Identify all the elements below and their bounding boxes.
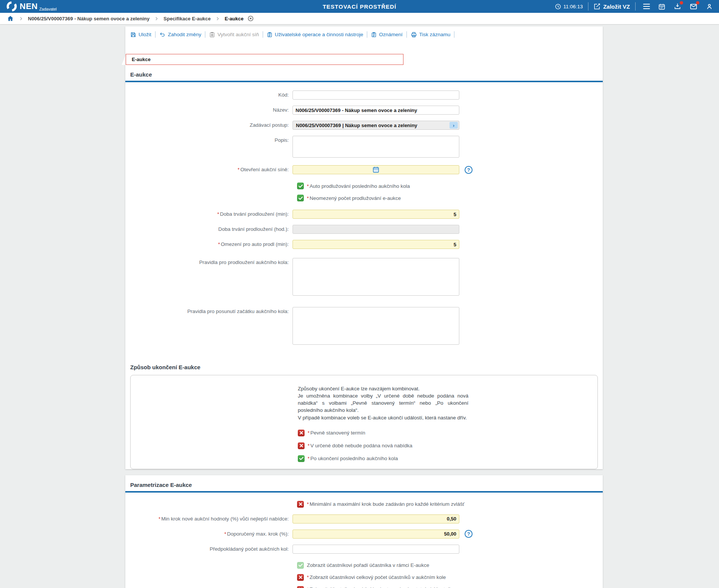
create-auction-room-button: Vytvořit aukční síň <box>209 32 259 38</box>
print-record-button[interactable]: Tisk záznamu <box>411 32 451 38</box>
help-icon[interactable]: ? <box>465 530 473 538</box>
checkbox-po-ukonceni[interactable] <box>298 455 305 462</box>
pocet-kol-label: Předpokládaný počet aukčních kol: <box>125 545 293 554</box>
checkbox-zobrazit-hodnoty[interactable] <box>297 586 304 588</box>
breadcrumb-item-specification[interactable]: Specifikace E-aukce <box>163 16 211 21</box>
chevron-right-icon <box>18 16 23 21</box>
section-title-zpusob-ukonceni: Způsob ukončení E-aukce <box>125 358 603 373</box>
checkbox-v-urcene-dobe[interactable] <box>298 442 305 449</box>
open-procedure-button[interactable]: › <box>450 122 458 129</box>
checkbox-label: *Zobrazit účastníkovi aukční hodnoty pod… <box>307 586 454 588</box>
breadcrumb-item-procedure[interactable]: N006/25/V00007369 - Nákup semen ovoce a … <box>28 16 149 21</box>
checkbox-label: *Zobrazit účastníkovi celkový počet účas… <box>307 574 446 580</box>
home-icon[interactable] <box>7 15 14 22</box>
user-operations-button[interactable]: Uživatelské operace a činnosti nástroje <box>267 32 363 38</box>
profile-button[interactable] <box>706 3 713 10</box>
clock-icon <box>555 3 561 10</box>
zadavaci-postup-field: N006/25/V00007369 | Nákup semen ovoce a … <box>293 121 459 130</box>
menu-button[interactable] <box>643 4 650 9</box>
save-icon <box>130 32 136 38</box>
kod-input[interactable] <box>293 91 459 100</box>
divider <box>635 2 636 11</box>
tab-hodnotici-kriteria[interactable]: Hodnotící kritéria <box>217 54 273 65</box>
notification-dot <box>680 1 683 5</box>
toolbar-separator <box>205 31 205 38</box>
pocet-kol-input[interactable] <box>293 545 459 554</box>
toolbar-separator <box>454 31 454 38</box>
logo-text: NEN <box>20 1 38 12</box>
max-krok-input[interactable] <box>293 530 459 539</box>
undo-icon <box>159 32 166 37</box>
min-krok-label: *Min krok nové aukční hodnoty (%) vůči n… <box>125 514 293 524</box>
zpusob-ukonceni-box: Způsoby ukončení E-aukce lze navzájem ko… <box>130 375 598 469</box>
omezeni-label: *Omezení pro auto prodl (min): <box>125 240 293 249</box>
discard-changes-button[interactable]: Zahodit změny <box>159 32 202 37</box>
doba-trvani-min-input[interactable] <box>293 210 459 219</box>
checkbox-zobrazit-celkovy-pocet[interactable] <box>297 574 304 581</box>
nen-logo-icon <box>6 1 17 12</box>
edit-icon <box>594 3 600 10</box>
checkbox-label: *Minimální a maximální krok bude zadáván… <box>307 501 465 507</box>
max-krok-label: *Doporučený max. krok (%): <box>125 530 293 539</box>
checkbox-auto-prodluzovani[interactable] <box>297 183 304 189</box>
divider <box>588 2 588 11</box>
logo-subtitle: Zadavatel <box>39 7 57 11</box>
nazev-label: Název: <box>125 106 293 115</box>
tab-strip: E-aukce Aukční síně a kola Hodnotící kri… <box>126 54 403 65</box>
pravidla-prodlouzeni-label: Pravidla pro prodloužení aukčního kola: <box>125 258 293 267</box>
notices-button[interactable]: Oznámení <box>371 32 402 38</box>
checkbox-neomezeny-pocet[interactable] <box>297 195 304 201</box>
chevron-right-icon <box>215 16 220 21</box>
section-title-parametrizace: Parametrizace E-aukce <box>125 475 603 491</box>
tab-aukcni-sine-a-kola[interactable]: Aukční síně a kola <box>160 54 217 65</box>
zpusob-ukonceni-info: Způsoby ukončení E-aukce lze navzájem ko… <box>298 385 468 421</box>
printer-icon <box>411 32 417 38</box>
auction-room-icon <box>209 32 215 38</box>
doba-trvani-hod-label: Doba trvání prodloužení (hod.): <box>125 225 293 234</box>
nen-logo[interactable]: NEN Zadavatel <box>6 1 57 12</box>
toolbar-separator <box>367 31 367 38</box>
record-toolbar: Uložit Zahodit změny Vytvořit aukční síň… <box>125 26 603 42</box>
min-krok-input[interactable] <box>293 514 459 524</box>
checkbox-label: *Neomezený počet prodlužování e-aukce <box>307 195 401 201</box>
checkbox-label: Zobrazit účastníkovi pořadí účastníka v … <box>307 562 429 568</box>
calendar-button[interactable] <box>658 3 665 10</box>
doba-trvani-hod-input <box>293 225 459 234</box>
clipboard-icon <box>371 32 377 38</box>
session-clock: 11:06:13 <box>555 3 583 10</box>
datepicker-icon[interactable] <box>373 167 379 173</box>
pravidla-prodlouzeni-textarea[interactable] <box>293 258 459 296</box>
zadavaci-postup-label: Zadávací postup: <box>125 121 293 130</box>
pravidla-posunuti-label: Pravidla pro posunutí začátku aukčního k… <box>125 307 293 316</box>
user-icon <box>706 3 713 10</box>
kod-label: Kód: <box>125 91 293 100</box>
doba-trvani-min-label: *Doba trvání prodloužení (min): <box>125 210 293 219</box>
messages-button[interactable] <box>690 3 697 11</box>
checkbox-label: *Auto prodlužování posledního aukčního k… <box>307 183 410 189</box>
checkbox-label: *V určené době nebude podána nová nabídk… <box>308 443 413 448</box>
checkbox-pevne-stanoveny-termin[interactable] <box>298 430 305 436</box>
pravidla-posunuti-textarea[interactable] <box>293 307 459 345</box>
hamburger-icon <box>643 4 650 9</box>
checkbox-label: *Pevně stanovený termín <box>308 430 365 436</box>
create-vz-button[interactable]: Založit VZ <box>594 3 630 10</box>
tab-sledovani[interactable]: Sledování <box>365 54 403 65</box>
popis-textarea[interactable] <box>293 136 459 158</box>
downloads-button[interactable] <box>674 3 681 10</box>
otevreni-label: *Otevření aukční síně: <box>125 165 293 174</box>
save-button[interactable]: Uložit <box>130 32 151 38</box>
tab-dodavatele-a-opravneni-uzivatele[interactable]: Dodavatelé a oprávnění uživatelé <box>273 54 365 65</box>
parametrizace-panel: Parametrizace E-aukce *Minimální a maxim… <box>125 475 603 588</box>
checkbox-minmax-krok[interactable] <box>297 501 304 508</box>
toolbar-separator <box>155 31 156 38</box>
omezeni-input[interactable] <box>293 240 459 249</box>
toolbar-separator <box>406 31 407 38</box>
notification-dot <box>696 1 699 5</box>
tab-e-aukce[interactable]: E-aukce <box>126 54 160 65</box>
main-panel: Uložit Zahodit změny Vytvořit aukční síň… <box>125 26 603 469</box>
close-tab-icon[interactable] <box>247 15 254 22</box>
breadcrumb: N006/25/V00007369 - Nákup semen ovoce a … <box>0 13 719 24</box>
help-icon[interactable]: ? <box>465 166 473 174</box>
nazev-input[interactable] <box>293 106 459 115</box>
section-title-e-aukce: E-aukce <box>125 65 603 81</box>
